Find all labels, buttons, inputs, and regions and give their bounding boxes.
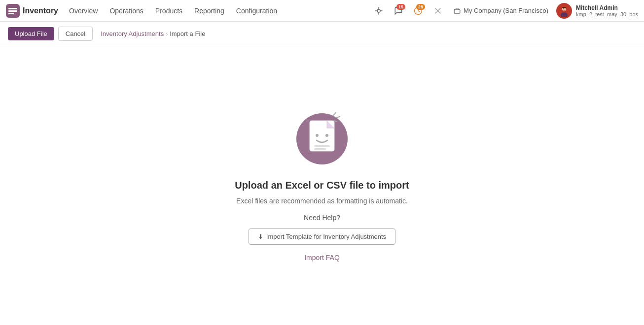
svg-line-26 (333, 113, 336, 116)
svg-rect-24 (314, 145, 330, 147)
user-name: Mitchell Admin (576, 4, 638, 11)
nav-overview[interactable]: Overview (64, 4, 103, 18)
company-icon (454, 7, 461, 14)
cancel-button[interactable]: Cancel (58, 27, 93, 41)
svg-point-16 (563, 8, 564, 9)
svg-point-17 (565, 8, 566, 9)
svg-line-27 (336, 117, 340, 118)
import-template-button[interactable]: ⬇ Import Template for Inventory Adjustme… (249, 228, 395, 245)
download-icon: ⬇ (258, 233, 263, 240)
chat-icon-btn[interactable]: 15 (391, 3, 406, 19)
wrench-icon-btn[interactable] (430, 3, 446, 19)
upload-illustration (292, 107, 352, 166)
svg-rect-3 (8, 13, 14, 14)
user-avatar[interactable] (556, 3, 572, 19)
import-template-label: Import Template for Inventory Adjustment… (266, 233, 386, 240)
avatar-image (558, 5, 570, 17)
nav-products[interactable]: Products (150, 4, 187, 18)
company-name: My Company (San Francisco) (464, 7, 548, 14)
svg-point-23 (325, 134, 328, 137)
svg-rect-1 (8, 8, 17, 9)
brand-name: Inventory (23, 6, 58, 15)
nav-operations[interactable]: Operations (105, 4, 148, 18)
breadcrumb-separator: › (166, 31, 168, 37)
svg-rect-2 (8, 10, 17, 12)
bug-icon-btn[interactable] (371, 3, 387, 19)
company-selector[interactable]: My Company (San Francisco) (450, 5, 552, 16)
user-info[interactable]: Mitchell Admin kmp_2_test_may_30_pos (576, 4, 638, 17)
svg-point-4 (377, 9, 380, 12)
navbar-right: 15 28 My Company (San Francisco) (371, 3, 638, 19)
main-content: Upload an Excel or CSV file to import Ex… (0, 46, 644, 322)
svg-rect-12 (454, 9, 460, 13)
upload-subtitle: Excel files are recommended as formattin… (236, 197, 408, 205)
upload-title: Upload an Excel or CSV file to import (235, 180, 409, 191)
need-help-text: Need Help? (304, 214, 340, 222)
import-faq-link[interactable]: Import FAQ (304, 254, 340, 261)
clock-badge: 28 (416, 4, 425, 10)
brand[interactable]: Inventory (6, 4, 58, 18)
navbar: Inventory Overview Operations Products R… (0, 0, 644, 22)
svg-point-22 (316, 134, 319, 137)
nav-reporting[interactable]: Reporting (189, 4, 229, 18)
breadcrumb-parent[interactable]: Inventory Adjustments (101, 30, 164, 37)
breadcrumb-current: Import a File (170, 30, 205, 37)
user-sub: kmp_2_test_may_30_pos (576, 11, 638, 17)
svg-rect-25 (314, 148, 326, 150)
upload-file-button[interactable]: Upload File (8, 27, 54, 40)
breadcrumb: Inventory Adjustments › Import a File (101, 30, 205, 37)
chat-badge: 15 (396, 4, 405, 10)
toolbar: Upload File Cancel Inventory Adjustments… (0, 22, 644, 46)
nav-configuration[interactable]: Configuration (231, 4, 282, 18)
brand-icon (6, 4, 20, 18)
clock-icon-btn[interactable]: 28 (410, 3, 426, 19)
